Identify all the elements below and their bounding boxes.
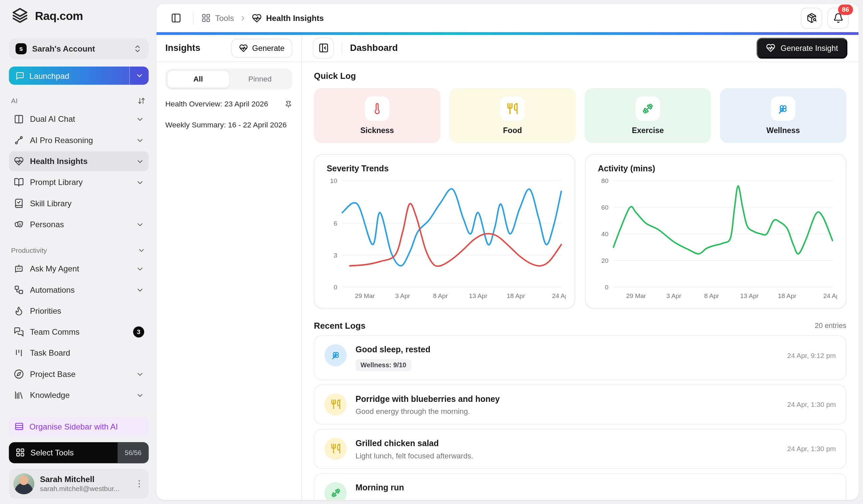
svg-text:60: 60: [601, 204, 608, 210]
heart-pulse-icon: [766, 43, 775, 53]
log-entry[interactable]: Good sleep, restedWellness: 9/1024 Apr, …: [314, 335, 846, 380]
topbar: Tools Health Insights 86: [157, 4, 859, 32]
log-entry-title: Good sleep, rested: [355, 344, 778, 354]
utensils-icon: [506, 102, 519, 114]
svg-text:13 Apr: 13 Apr: [740, 292, 759, 299]
kanban-icon: [14, 348, 24, 358]
log-entry-time: 24 Apr, 1:30 pm: [787, 445, 836, 452]
log-entry-icon: [324, 344, 347, 366]
organise-sidebar-button[interactable]: Organise Sidebar with AI: [9, 416, 149, 437]
book-check-icon: [14, 198, 24, 208]
quick-log-label: Exercise: [632, 126, 664, 134]
chevron-down-icon: [138, 246, 145, 254]
log-entry-subtitle: Good energy through the morning.: [355, 407, 778, 415]
log-entry-icon: [324, 438, 347, 460]
log-entry-body: Good sleep, restedWellness: 9/10: [355, 344, 778, 371]
quick-log-card-exercise[interactable]: Exercise: [585, 88, 711, 143]
user-card[interactable]: Sarah Mitchell sarah.mitchell@westbur...: [9, 468, 149, 498]
launchpad-label: Launchpad: [29, 71, 69, 80]
sidebar-item-automations[interactable]: Automations: [9, 280, 149, 300]
log-entry-body: Porridge with blueberries and honeyGood …: [355, 393, 778, 415]
bot-icon: [14, 264, 24, 274]
raq-logo-icon: [11, 7, 29, 25]
chevrons-up-down-icon: [133, 44, 142, 53]
dumbbell-icon: [641, 102, 654, 114]
log-entry-icon: [324, 482, 347, 499]
svg-text:8 Apr: 8 Apr: [704, 292, 719, 299]
heart-pulse-icon: [252, 13, 262, 23]
log-entry[interactable]: Grilled chicken saladLight lunch, felt f…: [314, 429, 846, 469]
notifications-button[interactable]: 86: [827, 7, 848, 28]
sidebar-toggle-button[interactable]: [166, 9, 186, 28]
package-search-button[interactable]: [801, 7, 822, 28]
divider: [193, 12, 194, 24]
select-tools-count: 56/56: [117, 442, 149, 463]
svg-text:13 Apr: 13 Apr: [469, 292, 488, 299]
account-switcher[interactable]: s Sarah's Account: [9, 38, 149, 59]
quick-log-card-wellness[interactable]: Wellness: [720, 88, 846, 143]
sidebar-item-ai-pro-reasoning[interactable]: AI Pro Reasoning: [9, 130, 149, 150]
sidebar-item-dual-ai-chat[interactable]: Dual AI Chat: [9, 109, 149, 129]
sidebar-item-personas[interactable]: Personas: [9, 215, 149, 234]
sidebar-item-priorities[interactable]: Priorities: [9, 301, 149, 321]
chevron-down-icon: [136, 178, 144, 186]
organise-sidebar-label: Organise Sidebar with AI: [29, 422, 118, 431]
launchpad-button[interactable]: Launchpad: [9, 66, 149, 85]
sidebar-item-skill-library[interactable]: Skill Library: [9, 193, 149, 213]
recent-logs-list: Good sleep, restedWellness: 9/1024 Apr, …: [314, 335, 846, 500]
generate-insight-button[interactable]: Generate Insight: [757, 37, 847, 58]
tab-pinned[interactable]: Pinned: [229, 70, 291, 88]
log-entry-time: 24 Apr, 9:12 pm: [787, 352, 836, 359]
more-vertical-icon[interactable]: [134, 478, 144, 488]
tab-all[interactable]: All: [167, 70, 229, 88]
launchpad-expand-button[interactable]: [130, 66, 149, 85]
sidebar-item-project-base[interactable]: Project Base: [9, 364, 149, 384]
series-sickness-severity: [350, 203, 561, 266]
quick-log-card-food[interactable]: Food: [449, 88, 576, 143]
sidebar-item-team-comms[interactable]: Team Comms3: [9, 322, 149, 342]
insight-item[interactable]: Weekly Summary: 16 - 22 April 2026: [161, 115, 297, 135]
series-activity-mins: [613, 186, 833, 254]
accent-gradient-bar: [157, 32, 859, 35]
svg-text:0: 0: [334, 283, 337, 290]
select-tools-button[interactable]: Select Tools 56/56: [9, 442, 149, 463]
svg-text:10: 10: [330, 177, 337, 184]
log-entry-badge: Wellness: 9/10: [355, 359, 411, 371]
log-entry[interactable]: Porridge with blueberries and honeyGood …: [314, 384, 846, 424]
quick-log-card-sickness[interactable]: Sickness: [314, 88, 440, 143]
notification-badge: 86: [838, 4, 853, 15]
chart-title: Activity (mins): [598, 163, 837, 173]
sidebar-item-ask-my-agent[interactable]: Ask My Agent: [9, 259, 149, 279]
sidebar-item-health-insights[interactable]: Health Insights: [9, 151, 149, 171]
svg-text:80: 80: [601, 177, 608, 184]
library-icon: [14, 390, 24, 400]
log-entry-icon: [324, 393, 347, 415]
sidebar-item-prompt-library[interactable]: Prompt Library: [9, 172, 149, 192]
masks-icon: [14, 220, 24, 230]
log-entry-body: Grilled chicken saladLight lunch, felt f…: [355, 438, 778, 460]
sidebar-sections: AIDual AI ChatAI Pro ReasoningHealth Ins…: [9, 85, 149, 406]
quick-log-icon-tile: [771, 96, 795, 120]
insight-item[interactable]: Health Overview: 23 April 2026: [161, 94, 297, 114]
svg-text:18 Apr: 18 Apr: [778, 292, 797, 299]
log-entry-title: Grilled chicken salad: [355, 438, 778, 448]
utensils-icon: [330, 443, 341, 454]
dumbbell-icon: [330, 488, 341, 498]
sidebar-item-label: Prompt Library: [30, 178, 130, 187]
log-entry[interactable]: Morning run: [314, 473, 846, 500]
main-panel: Tools Health Insights 86: [157, 4, 859, 500]
sidebar-item-knowledge[interactable]: Knowledge: [9, 385, 149, 405]
workflow-icon: [14, 285, 24, 295]
breadcrumb-tools[interactable]: Tools: [201, 13, 234, 23]
sidebar-item-task-board[interactable]: Task Board: [9, 343, 149, 363]
columns-icon: [14, 114, 24, 124]
insight-item-title: Weekly Summary: 16 - 22 April 2026: [165, 121, 292, 129]
divider: [342, 42, 342, 54]
user-name: Sarah Mitchell: [40, 475, 129, 484]
quick-log-icon-tile: [365, 96, 389, 120]
breadcrumb: Tools Health Insights: [201, 13, 324, 23]
collapse-insights-button[interactable]: [313, 37, 334, 58]
activity-card: Activity (mins) 02040608029 Mar3 Apr8 Ap…: [585, 154, 846, 308]
svg-text:20: 20: [601, 257, 608, 264]
generate-button[interactable]: Generate: [231, 39, 292, 57]
